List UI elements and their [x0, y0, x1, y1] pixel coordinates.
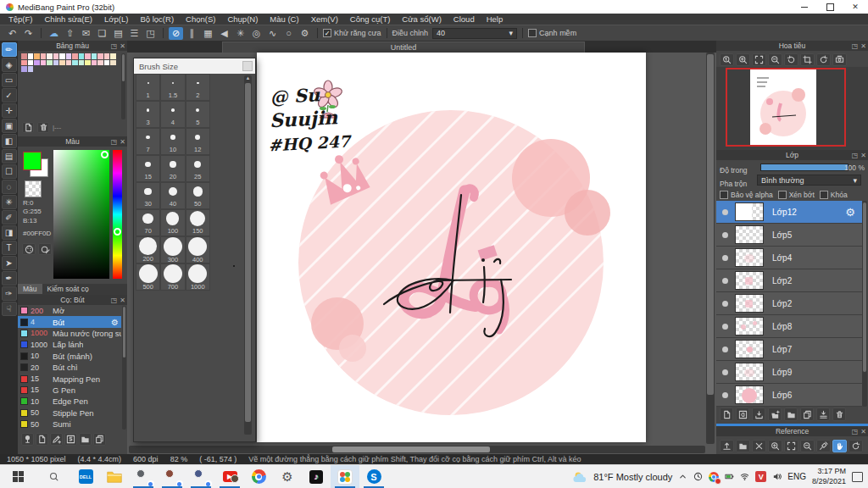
snap-tool[interactable]: ✓	[2, 88, 17, 103]
color-swatch[interactable]	[47, 53, 53, 59]
dot-tool[interactable]: ◈	[2, 58, 17, 72]
brush-size-option[interactable]: 150	[186, 209, 210, 236]
ref-hand-button[interactable]	[832, 440, 847, 452]
ref-eyedropper-button[interactable]	[816, 440, 831, 452]
close-icon[interactable]: ✕	[120, 297, 125, 304]
close-icon[interactable]: ✕	[120, 42, 125, 50]
tray-chevron-up-icon[interactable]	[678, 472, 687, 481]
color-swatch[interactable]	[66, 53, 72, 59]
color-swatch[interactable]	[59, 60, 65, 66]
zoom-actual-button[interactable]	[720, 53, 734, 66]
layer-row[interactable]: Lớp4	[716, 247, 862, 269]
taskbar-chrome[interactable]	[244, 465, 273, 488]
popout-icon[interactable]: ◳	[852, 152, 859, 159]
rotate-left-button[interactable]	[784, 53, 798, 66]
canvas-vscrollbar[interactable]	[706, 53, 715, 444]
figure-tool[interactable]: ▭	[2, 73, 17, 87]
rotate-right-button[interactable]	[816, 53, 831, 66]
close-icon[interactable]: ✕	[860, 428, 866, 435]
message-button[interactable]: ❏	[95, 27, 109, 40]
tray-speaker-icon[interactable]	[772, 472, 782, 481]
foreground-color-swatch[interactable]	[23, 152, 42, 170]
layer-visibility-icon[interactable]	[722, 347, 728, 352]
duplicate-brush-button[interactable]	[93, 433, 106, 446]
redo-button[interactable]: ↷	[21, 27, 36, 40]
hand-tool[interactable]: ☟	[2, 302, 17, 316]
ref-folder-button[interactable]	[736, 440, 750, 452]
saturation-value-picker[interactable]	[53, 150, 109, 279]
color-swatch[interactable]	[104, 53, 110, 59]
color-swatch[interactable]	[28, 66, 34, 72]
lock-checkbox[interactable]: Khóa	[820, 191, 848, 199]
snap-parallel-button[interactable]: ∥	[185, 27, 199, 40]
brush-size-option[interactable]: 200	[136, 236, 160, 263]
brush-size-option[interactable]: 500	[136, 263, 160, 291]
document-button[interactable]: ▤	[111, 27, 125, 40]
color-swatch[interactable]	[97, 53, 103, 59]
color-swatch[interactable]	[28, 60, 34, 66]
color-swatch[interactable]	[79, 60, 85, 66]
brush-size-option[interactable]: 25	[186, 155, 210, 182]
taskbar-file-explorer[interactable]	[100, 465, 129, 488]
color-swatch[interactable]	[110, 53, 116, 59]
gradient-tool[interactable]: ▤	[2, 149, 17, 164]
brush-size-close-button[interactable]	[242, 61, 253, 71]
taskbar-medibang-paint[interactable]	[331, 465, 359, 488]
erase-select-tool[interactable]: ◨	[2, 225, 17, 240]
layer-visibility-icon[interactable]	[722, 278, 728, 284]
new-layer-button[interactable]	[720, 408, 733, 421]
brush-size-option[interactable]: 1	[136, 74, 160, 101]
select-tool[interactable]: ▣	[2, 119, 17, 133]
brush-item[interactable]: 1000Màu nước (trong suố	[18, 328, 121, 339]
taskbar-youtube[interactable]: ▶	[215, 465, 244, 488]
menu-item-8[interactable]: Xem(V)	[305, 14, 344, 24]
navigator-preview[interactable]	[716, 67, 868, 150]
export-button[interactable]: ⇧	[63, 27, 77, 40]
ref-clear-button[interactable]	[752, 440, 766, 452]
brush-size-option[interactable]: 10	[160, 128, 185, 155]
menu-item-4[interactable]: Bộ lọc(R)	[134, 14, 180, 24]
menu-item-3[interactable]: Lớp(L)	[98, 14, 134, 24]
menu-item-1[interactable]: Tệp(F)	[3, 14, 39, 24]
layer-row[interactable]: Lớp2	[716, 269, 862, 292]
cloud-save-button[interactable]: ☁	[47, 27, 61, 40]
brush-item[interactable]: 4Bút⚙	[18, 316, 121, 327]
close-icon[interactable]: ✕	[860, 42, 866, 50]
brush-size-option[interactable]: 700	[160, 263, 185, 291]
layer-row[interactable]: Lớp2	[716, 292, 862, 315]
layer-visibility-icon[interactable]	[722, 255, 728, 261]
taskbar-chrome-profile-3[interactable]	[186, 465, 215, 488]
color-swatch[interactable]	[110, 60, 116, 66]
weather-icon[interactable]	[573, 471, 587, 483]
taskbar-chrome-profile-1[interactable]	[129, 465, 158, 488]
navigator-view-rect[interactable]	[726, 68, 846, 147]
import-layer-button[interactable]	[752, 408, 765, 421]
close-icon[interactable]: ✕	[120, 138, 125, 146]
taskbar-tiktok[interactable]: ♪	[302, 465, 331, 488]
brush-size-option[interactable]: 50	[186, 182, 210, 209]
color-swatch[interactable]	[92, 60, 97, 66]
projector-view-button[interactable]	[832, 53, 847, 66]
layer-visibility-icon[interactable]	[722, 324, 728, 330]
color-swatch[interactable]	[21, 66, 27, 72]
ref-open-image-button[interactable]	[720, 440, 734, 452]
brush-size-scrollbar[interactable]: ▲	[244, 75, 252, 435]
brush-preset-button[interactable]	[21, 433, 34, 446]
merge-layer-button[interactable]	[816, 408, 830, 421]
popout-icon[interactable]: ◳	[852, 42, 859, 50]
layout-button[interactable]: ◳	[143, 27, 158, 40]
tray-battery-icon[interactable]	[725, 472, 734, 481]
snap-grid-button[interactable]: ▦	[201, 27, 215, 40]
crop-view-button[interactable]	[800, 53, 815, 66]
zoom-out-button[interactable]	[768, 53, 782, 66]
ref-rotate-button[interactable]	[849, 440, 863, 452]
transparent-color-swatch[interactable]	[25, 180, 42, 197]
brush-size-option[interactable]: 1.5	[160, 74, 185, 101]
layer-row[interactable]: Lớp8	[716, 315, 862, 338]
color-swatch[interactable]	[97, 60, 103, 66]
taskbar-start[interactable]	[0, 465, 36, 488]
lasso-tool[interactable]: ◌	[2, 180, 17, 194]
minimize-button[interactable]	[792, 0, 817, 14]
menu-item-10[interactable]: Cửa sổ(W)	[396, 14, 447, 24]
color-swatch[interactable]	[72, 60, 78, 66]
